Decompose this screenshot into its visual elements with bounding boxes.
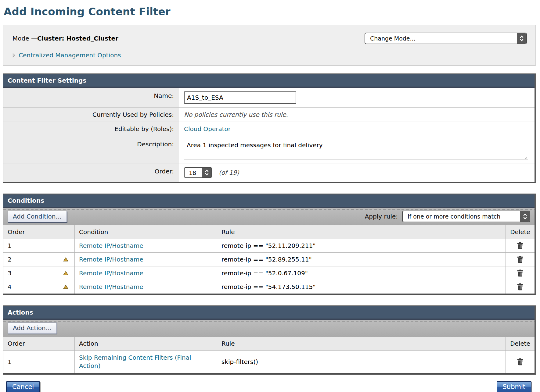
roles-label: Editable by (Roles): [3,122,179,136]
add-action-button[interactable]: Add Action... [8,323,57,334]
condition-delete-cell [506,239,535,253]
column-header-order: Order [3,337,74,351]
description-label: Description: [3,136,179,163]
condition-order-cell: 1 [3,239,74,253]
conditions-section-header: Conditions [3,194,535,208]
mode-text: Mode —Cluster: Hosted_Cluster [13,35,118,42]
trash-icon [517,269,524,277]
delete-button[interactable] [517,256,524,263]
condition-order-cell: 3 [3,266,74,280]
column-header-rule: Rule [217,337,506,351]
settings-row-policies: Currently Used by Policies: No policies … [3,108,535,122]
condition-order-number: 3 [8,269,12,277]
order-select[interactable]: 18 [184,167,212,178]
move-up-icon [63,257,68,262]
submit-button[interactable]: Submit [497,381,532,392]
action-delete-cell [506,351,535,373]
action-rule-cell: skip-filters() [217,351,506,373]
name-label: Name: [3,88,179,107]
column-header-rule: Rule [217,225,506,239]
actions-table: Order Action Rule Delete 1 Skip Remainin… [3,337,535,373]
trash-icon [517,256,524,263]
cancel-button[interactable]: Cancel [6,381,40,392]
condition-order-number: 1 [8,242,12,249]
action-cell: Skip Remaining Content Filters (Final Ac… [74,351,217,373]
select-spinner-icon [520,211,530,222]
move-up-icon [63,271,68,275]
conditions-table: Order Condition Rule Delete 1 Remote IP/… [3,225,535,294]
condition-delete-cell [506,266,535,280]
settings-section-header: Content Filter Settings [3,74,535,88]
condition-cell: Remote IP/Hostname [74,266,217,280]
roles-link[interactable]: Cloud Operator [184,125,231,133]
condition-link[interactable]: Remote IP/Hostname [79,242,143,249]
apply-rule-select[interactable]: If one or more conditions match [402,211,530,222]
add-condition-button[interactable]: Add Condition... [8,211,67,222]
move-up-button[interactable] [63,285,68,289]
mode-label: Mode [13,35,31,42]
condition-delete-cell [506,253,535,266]
condition-rule-cell: remote-ip == "52.0.67.109" [217,266,506,280]
condition-rule-cell: remote-ip == "52.11.209.211" [217,239,506,253]
condition-link[interactable]: Remote IP/Hostname [79,256,143,263]
actions-section: Actions Add Action... Order Action Rule … [3,305,536,375]
column-header-condition: Condition [74,225,217,239]
condition-order-cell: 2 [3,253,74,266]
move-up-button[interactable] [63,271,68,275]
condition-order-cell: 4 [3,280,74,294]
disclosure-triangle-icon [13,53,16,58]
condition-order-number: 4 [8,283,12,290]
delete-button[interactable] [517,242,524,249]
mode-section: Mode —Cluster: Hosted_Cluster Change Mod… [3,25,536,66]
action-order-cell: 1 [3,351,74,373]
select-spinner-icon [202,168,211,177]
settings-row-name: Name: [3,88,535,108]
column-header-delete: Delete [506,337,535,351]
settings-row-description: Description: Area 1 inspected messages f… [3,136,535,163]
apply-rule-label: Apply rule: [365,213,398,220]
condition-cell: Remote IP/Hostname [74,280,217,294]
column-header-order: Order [3,225,74,239]
delete-button[interactable] [517,269,524,277]
description-textarea[interactable]: Area 1 inspected messages for final deli… [184,140,528,159]
centralized-management-link[interactable]: Centralized Management Options [19,52,121,59]
actions-section-header: Actions [3,306,535,320]
condition-delete-cell [506,280,535,294]
change-mode-select[interactable]: Change Mode... [365,33,527,44]
trash-icon [517,242,524,249]
condition-link[interactable]: Remote IP/Hostname [79,283,143,290]
settings-row-order: Order: 18 (of 19) [3,163,535,182]
condition-cell: Remote IP/Hostname [74,239,217,253]
settings-section: Content Filter Settings Name: Currently … [3,73,536,183]
order-label: Order: [3,163,179,182]
move-up-button[interactable] [63,257,68,262]
name-input[interactable] [184,91,296,104]
policies-label: Currently Used by Policies: [3,108,179,122]
settings-row-roles: Editable by (Roles): Cloud Operator [3,122,535,136]
apply-rule-select-value: If one or more conditions match [403,211,520,222]
actions-toolbar: Add Action... [3,320,535,337]
action-link[interactable]: Skip Remaining Content Filters (Final Ac… [79,354,213,370]
conditions-section: Conditions Add Condition... Apply rule: … [3,194,536,295]
condition-rule-cell: remote-ip == "54.173.50.115" [217,280,506,294]
move-up-icon [63,285,68,289]
condition-link[interactable]: Remote IP/Hostname [79,269,143,277]
trash-icon [517,283,524,290]
order-select-value: 18 [185,168,202,177]
policies-value: No policies currently use this rule. [184,111,288,118]
footer-bar: Cancel Submit [6,381,531,392]
action-order-number: 1 [8,358,12,365]
delete-button[interactable] [517,283,524,290]
mode-value: —Cluster: Hosted_Cluster [31,35,118,42]
order-total: (of 19) [219,169,239,176]
trash-icon [517,358,524,365]
condition-order-number: 2 [8,256,12,263]
conditions-toolbar: Add Condition... Apply rule: If one or m… [3,208,535,225]
delete-button[interactable] [517,358,524,365]
condition-rule-cell: remote-ip == "52.89.255.11" [217,253,506,266]
column-header-action: Action [74,337,217,351]
column-header-delete: Delete [506,225,535,239]
condition-cell: Remote IP/Hostname [74,253,217,266]
select-spinner-icon [517,33,526,44]
change-mode-select-value: Change Mode... [365,33,517,44]
